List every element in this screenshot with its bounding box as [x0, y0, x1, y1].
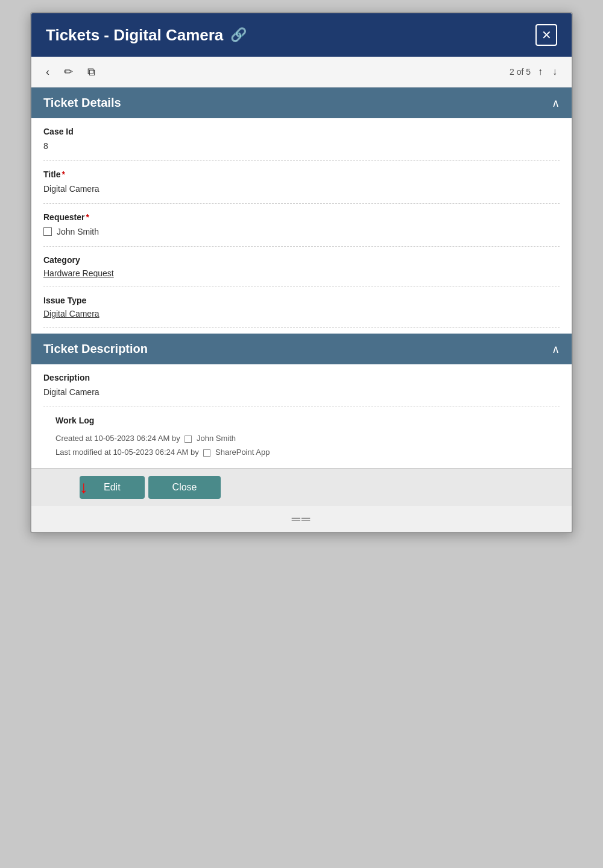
close-action-button[interactable]: Close — [148, 476, 221, 499]
copy-icon-button[interactable]: ⧉ — [85, 63, 98, 81]
field-category: Category Hardware Request — [43, 247, 560, 287]
created-text: Created at 10-05-2023 06:24 AM by — [55, 434, 180, 443]
description-value: Digital Camera — [43, 386, 560, 398]
close-icon: ✕ — [541, 28, 552, 42]
toolbar: ‹ ✏ ⧉ 2 of 5 ↑ ↓ — [31, 57, 572, 87]
requester-required-star: * — [86, 212, 89, 222]
requester-value: John Smith — [57, 226, 99, 238]
link-icon: 🔗 — [230, 27, 247, 43]
modal-title: Tickets - Digital Camera — [46, 26, 223, 45]
worklog-label: Work Log — [55, 416, 548, 425]
ticket-details-chevron: ∧ — [552, 97, 560, 110]
issue-type-value[interactable]: Digital Camera — [43, 309, 560, 318]
field-case-id: Case Id 8 — [43, 118, 560, 161]
modal-footer: ══ — [31, 506, 572, 532]
requester-checkbox-icon — [43, 227, 52, 236]
modified-line: Last modified at 10-05-2023 06:24 AM by … — [55, 445, 548, 459]
field-title: Title* Digital Camera — [43, 161, 560, 204]
case-id-value: 8 — [43, 140, 560, 152]
edit-button[interactable]: Edit — [80, 476, 145, 499]
content-area: Ticket Details ∧ Case Id 8 Title* Digita… — [31, 87, 572, 468]
ticket-description-title: Ticket Description — [43, 342, 148, 356]
ticket-details-fields: Case Id 8 Title* Digital Camera Requeste… — [31, 118, 572, 328]
ticket-details-title: Ticket Details — [43, 96, 121, 110]
back-icon: ‹ — [46, 66, 49, 78]
nav-up-button[interactable]: ↑ — [535, 65, 545, 78]
requester-value-row: John Smith — [43, 226, 560, 238]
nav-down-button[interactable]: ↓ — [550, 65, 560, 78]
description-label: Description — [43, 373, 560, 382]
worklog-section: Work Log Created at 10-05-2023 06:24 AM … — [43, 407, 560, 468]
title-label: Title* — [43, 169, 560, 179]
field-issue-type: Issue Type Digital Camera — [43, 287, 560, 328]
modal-container: Tickets - Digital Camera 🔗 ✕ ‹ ✏ ⧉ 2 of … — [30, 12, 573, 533]
toolbar-nav: 2 of 5 ↑ ↓ — [510, 65, 560, 78]
ticket-description-chevron: ∧ — [552, 343, 560, 356]
ticket-details-section-header[interactable]: Ticket Details ∧ — [31, 87, 572, 118]
title-value: Digital Camera — [43, 183, 560, 195]
nav-down-icon: ↓ — [552, 66, 557, 77]
edit-icon-button[interactable]: ✏ — [62, 63, 75, 81]
field-description: Description Digital Camera — [43, 364, 560, 407]
pencil-icon: ✏ — [64, 65, 73, 78]
bottom-bar: ↓ Edit ↓ Close — [31, 468, 572, 506]
ticket-description-section-header[interactable]: Ticket Description ∧ — [31, 334, 572, 364]
created-user-checkbox — [185, 436, 192, 443]
title-required-star: * — [62, 169, 65, 179]
created-line: Created at 10-05-2023 06:24 AM by John S… — [55, 431, 548, 445]
nav-up-icon: ↑ — [538, 66, 543, 77]
close-button[interactable]: ✕ — [535, 24, 557, 46]
modal-header: Tickets - Digital Camera 🔗 ✕ — [31, 13, 572, 57]
created-user: John Smith — [197, 434, 236, 443]
toolbar-left: ‹ ✏ ⧉ — [43, 63, 98, 81]
field-requester: Requester* John Smith — [43, 204, 560, 247]
pagination-label: 2 of 5 — [510, 67, 531, 77]
requester-label: Requester* — [43, 212, 560, 222]
back-button[interactable]: ‹ — [43, 63, 52, 81]
footer-lines-icon: ══ — [292, 512, 311, 526]
modified-user-checkbox — [203, 449, 210, 457]
red-arrow-left: ↓ — [80, 478, 88, 497]
header-title-group: Tickets - Digital Camera 🔗 — [46, 26, 247, 45]
category-label: Category — [43, 255, 560, 265]
case-id-label: Case Id — [43, 127, 560, 136]
copy-icon: ⧉ — [87, 66, 95, 78]
issue-type-label: Issue Type — [43, 296, 560, 305]
modified-text: Last modified at 10-05-2023 06:24 AM by — [55, 448, 199, 457]
category-value[interactable]: Hardware Request — [43, 268, 560, 278]
ticket-description-fields: Description Digital Camera Work Log Crea… — [31, 364, 572, 468]
modified-user: SharePoint App — [215, 448, 270, 457]
worklog-text: Created at 10-05-2023 06:24 AM by John S… — [55, 431, 548, 460]
